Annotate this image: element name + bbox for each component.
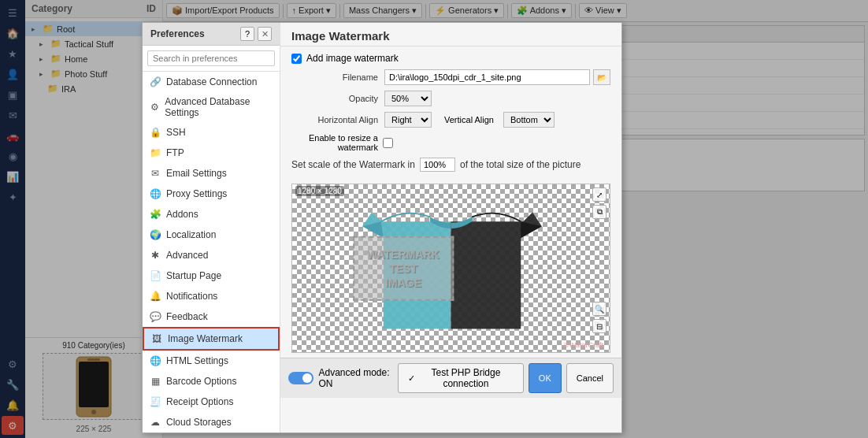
form-body: Add image watermark Filename 📂 Opacity 5… [280, 46, 621, 184]
feedback-icon: 💬 [149, 310, 161, 323]
receipt-icon: 🧾 [149, 395, 161, 408]
content-title: Image Watermark [291, 29, 610, 43]
database-icon: 🔗 [149, 76, 161, 88]
add-watermark-label: Add image watermark [306, 53, 399, 64]
pref-footer: Advanced mode: ON ✓ Test PHP Bridge conn… [280, 358, 621, 398]
pref-item-advanced[interactable]: ✱ Advanced [143, 245, 280, 265]
pref-label-barcode: Barcode Options [166, 376, 236, 387]
pref-label-cloud: Cloud Storages [166, 417, 232, 428]
pref-item-receipt[interactable]: 🧾 Receipt Options [143, 392, 280, 412]
cancel-btn[interactable]: Cancel [566, 363, 614, 393]
localization-icon: 🌍 [149, 228, 161, 241]
pref-item-image-watermark[interactable]: 🖼 Image Watermark [143, 327, 280, 351]
preview-icons-bottom-right: 🔍 ⊟ [592, 302, 606, 333]
ftp-icon: 📁 [149, 147, 161, 159]
footer-buttons: ✓ Test PHP Bridge connection OK Cancel [398, 363, 614, 393]
scale-row: Set scale of the Watermark in of the tot… [291, 158, 610, 172]
addons-icon: 🧩 [149, 208, 161, 221]
pref-label-startup: Startup Page [166, 270, 221, 281]
pref-content: Image Watermark Add image watermark File… [280, 23, 621, 432]
pref-item-addons[interactable]: 🧩 Addons [143, 204, 280, 225]
test-bridge-btn[interactable]: ✓ Test PHP Bridge connection [398, 363, 524, 393]
notifications-icon: 🔔 [149, 290, 161, 303]
scale-input[interactable] [420, 158, 455, 172]
filename-browse-btn[interactable]: 📂 [593, 69, 610, 85]
pref-item-cloud[interactable]: ☁ Cloud Storages [143, 412, 280, 432]
align-row: Horizontal Align Right Vertical Align Bo… [291, 112, 610, 128]
pref-label-html: HTML Settings [166, 355, 228, 366]
pref-item-ftp[interactable]: 📁 FTP [143, 143, 280, 163]
ok-btn[interactable]: OK [529, 363, 562, 393]
h-align-select[interactable]: Right [384, 112, 432, 128]
pref-item-barcode[interactable]: ▦ Barcode Options [143, 371, 280, 392]
preview-zoom-out-btn[interactable]: ⊟ [592, 319, 606, 333]
pref-dialog-title: Preferences [150, 28, 205, 39]
watermark-overlay: WATERMARKTESTIMAGE [353, 236, 454, 301]
html-icon: 🌐 [149, 354, 161, 367]
resize-row: Enable to resize a watermark [291, 133, 610, 152]
preview-area: 1280 × 1280 [291, 184, 610, 353]
pref-label-addons: Addons [166, 209, 198, 220]
opacity-select[interactable]: 50% [384, 91, 432, 106]
barcode-icon: ▦ [149, 375, 161, 388]
preview-expand-btn[interactable]: ⤢ [592, 187, 606, 202]
pref-item-feedback[interactable]: 💬 Feedback [143, 306, 280, 327]
preferences-dialog: Preferences ? ✕ 🔗 Database Connection ⚙ … [142, 22, 622, 433]
pref-item-email[interactable]: ✉ Email Settings [143, 163, 280, 184]
scale-suffix: of the total size of the picture [460, 159, 581, 170]
content-header: Image Watermark [280, 23, 621, 46]
add-watermark-checkbox[interactable] [291, 54, 302, 64]
ssh-icon: 🔒 [149, 126, 161, 139]
pref-label-notifications: Notifications [166, 291, 217, 302]
add-watermark-row: Add image watermark [291, 53, 610, 64]
pref-sidebar: Preferences ? ✕ 🔗 Database Connection ⚙ … [143, 23, 280, 432]
preview-zoom-in-btn[interactable]: 🔍 [592, 302, 606, 316]
pref-item-database[interactable]: 🔗 Database Connection [143, 72, 280, 92]
advanced-icon: ✱ [149, 249, 161, 262]
pref-label-proxy: Proxy Settings [166, 188, 227, 199]
tshirt-container: WATERMARKTESTIMAGE [292, 184, 610, 352]
h-align-label: Horizontal Align [291, 115, 378, 124]
advanced-mode-toggle[interactable] [288, 372, 313, 384]
pref-label-localization: Localization [166, 229, 216, 240]
pref-label-advanced-db: Advanced Database Settings [165, 96, 273, 118]
filename-input[interactable] [384, 69, 590, 85]
pref-item-advanced-db[interactable]: ⚙ Advanced Database Settings [143, 92, 280, 122]
resize-checkbox[interactable] [383, 138, 393, 148]
opacity-row: Opacity 50% [291, 91, 610, 106]
pref-label-advanced: Advanced [166, 250, 208, 261]
pref-search-input[interactable] [147, 50, 275, 66]
dialog-title-text: Preferences [150, 28, 205, 39]
dialog-close-btn[interactable]: ✕ [258, 27, 272, 41]
advanced-toggle: Advanced mode: ON [288, 367, 398, 389]
dialog-help-btn[interactable]: ? [240, 27, 254, 41]
dialog-overlay: Preferences ? ✕ 🔗 Database Connection ⚙ … [0, 0, 868, 438]
pref-label-ssh: SSH [166, 127, 186, 138]
scale-prefix: Set scale of the Watermark in [291, 159, 415, 170]
pref-item-proxy[interactable]: 🌐 Proxy Settings [143, 184, 280, 204]
pref-item-startup[interactable]: 📄 Startup Page [143, 265, 280, 286]
proxy-icon: 🌐 [149, 187, 161, 200]
pref-label-feedback: Feedback [166, 311, 208, 322]
image-watermark-icon: 🖼 [150, 332, 163, 345]
watermark-text: WATERMARKTESTIMAGE [367, 247, 440, 290]
pref-item-notifications[interactable]: 🔔 Notifications [143, 286, 280, 306]
email-icon: ✉ [149, 167, 161, 180]
opacity-label: Opacity [291, 94, 378, 103]
preview-copy-btn[interactable]: ⧉ [592, 205, 606, 219]
v-align-select[interactable]: Bottom [503, 112, 555, 128]
resize-label: Enable to resize a watermark [291, 133, 378, 152]
pref-label-ftp: FTP [166, 147, 184, 158]
startup-icon: 📄 [149, 269, 161, 282]
filename-row: Filename 📂 [291, 69, 610, 85]
pref-item-ssh[interactable]: 🔒 SSH [143, 122, 280, 143]
pref-label-database: Database Connection [166, 76, 257, 87]
pref-item-html[interactable]: 🌐 HTML Settings [143, 351, 280, 371]
pref-label-email: Email Settings [166, 168, 227, 179]
pref-item-localization[interactable]: 🌍 Localization [143, 225, 280, 245]
advanced-db-icon: ⚙ [149, 101, 160, 113]
pref-search [143, 46, 280, 72]
v-align-label: Vertical Align [444, 115, 494, 124]
filename-label: Filename [291, 72, 378, 82]
dialog-title-bar: Preferences ? ✕ [143, 23, 280, 46]
